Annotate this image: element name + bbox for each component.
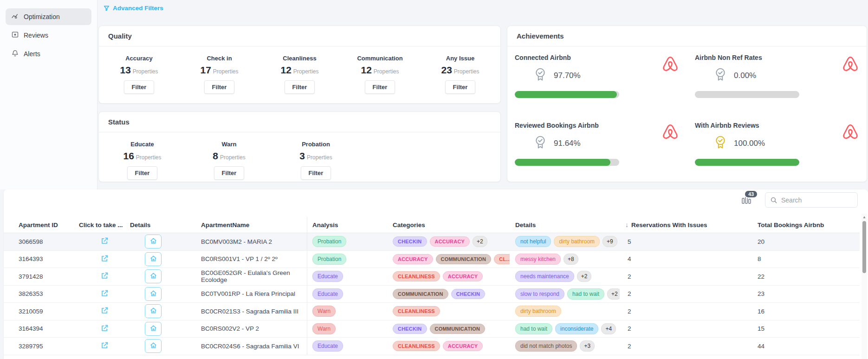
apartment-id-cell: 3210059	[4, 303, 79, 320]
total-bookings-cell: 23	[752, 286, 860, 303]
tag-+4: +4	[601, 323, 616, 334]
property-details-button[interactable]	[145, 339, 162, 353]
external-link-icon[interactable]	[100, 289, 109, 299]
metric-label: Cleanliness	[283, 55, 316, 62]
details-cell	[130, 338, 176, 355]
filter-button[interactable]: Filter	[301, 166, 331, 180]
filter-button[interactable]: Filter	[124, 80, 155, 94]
total-bookings-cell: 15	[752, 320, 860, 338]
filter-button[interactable]: Filter	[214, 166, 245, 180]
apartment-id-cell: 3826353	[4, 286, 79, 303]
tag-dirty-bathroom: dirty bathroom	[515, 306, 561, 317]
metric-value: 13	[120, 65, 130, 75]
tag-warn: Warn	[312, 323, 336, 334]
home-icon	[149, 237, 157, 246]
sidebar-item-optimization[interactable]: Optimization	[6, 8, 91, 25]
tag-checkin: CHECKIN	[393, 324, 427, 334]
home-icon	[149, 341, 157, 351]
filter-button[interactable]: Filter	[445, 80, 476, 94]
issue-details-cell: had to waitinconsiderate+4	[510, 320, 620, 338]
quality-card-title: Quality	[99, 26, 500, 46]
advanced-filters-label: Advanced Filters	[113, 5, 163, 12]
property-details-button[interactable]	[145, 269, 162, 283]
column-header-apartment-id[interactable]: Apartment ID	[4, 217, 79, 233]
issue-details-cell: dirty bathroom	[510, 303, 620, 320]
scrollbar-thumb[interactable]	[862, 221, 866, 273]
take-survey-cell	[79, 338, 130, 355]
tag-had-to-wait: had to wait	[567, 288, 604, 300]
search-box[interactable]	[765, 192, 858, 208]
sidebar-item-label: Alerts	[24, 50, 40, 58]
property-details-button[interactable]	[145, 235, 162, 248]
column-header-apartmentname[interactable]: ApartmentName	[176, 217, 307, 233]
chart-toggle-button[interactable]: 43	[741, 194, 752, 207]
column-header-click-to-take[interactable]: Click to take ...	[79, 217, 130, 233]
metric-label: Any Issue	[446, 55, 474, 62]
tag-cleanliness: CLEANLINESS	[393, 341, 440, 351]
external-link-icon[interactable]	[100, 324, 109, 334]
tag-+3: +3	[580, 340, 595, 352]
status-metric-warn: Warn8PropertiesFilter	[186, 141, 272, 180]
achievement-progress-bar	[515, 91, 619, 98]
tag-educate: Educate	[312, 288, 343, 300]
achievements-card: Achievements Connected Airbnb97.70%Airbn…	[507, 26, 867, 182]
tag-+2: +2	[607, 288, 620, 300]
filter-button[interactable]: Filter	[204, 80, 235, 94]
property-details-button[interactable]	[145, 322, 162, 336]
home-icon	[149, 255, 157, 264]
external-link-icon[interactable]	[100, 236, 109, 247]
column-header-total-bookings-airbnb[interactable]: Total Bookings Airbnb	[752, 217, 860, 233]
sidebar-item-label: Reviews	[24, 32, 48, 39]
tag-communication: COMMUNICATION	[436, 254, 492, 264]
column-header-analysis[interactable]: Analysis	[307, 217, 387, 233]
analysis-cell: Educate	[307, 338, 387, 355]
analysis-cell: Educate	[307, 286, 387, 303]
external-link-icon[interactable]	[100, 341, 109, 351]
details-cell	[130, 251, 176, 268]
tag-accuracy: ACCURACY	[443, 341, 483, 351]
categories-cell: CLEANLINESSACCURACY	[387, 338, 510, 355]
metric-label: Probation	[302, 141, 330, 148]
achievement-progress-fill	[515, 159, 610, 166]
tag-inconsiderate: inconsiderate	[555, 323, 598, 334]
tag-had-to-wait: had to wait	[515, 323, 552, 334]
apartment-name-cell: BC0CR021S3 - Sagrada Familia III	[176, 303, 307, 320]
sidebar-item-alerts[interactable]: Alerts	[6, 46, 91, 62]
column-header-details[interactable]: Details	[130, 217, 176, 233]
airbnb-logo-icon	[661, 123, 680, 182]
airbnb-logo-icon	[841, 123, 860, 182]
issue-details-cell: slow to respondhad to wait+2	[510, 286, 620, 303]
metric-value: 16	[123, 150, 134, 161]
trend-chart-icon	[11, 12, 19, 21]
column-header-details[interactable]: Details	[510, 217, 620, 233]
external-link-icon[interactable]	[100, 254, 109, 264]
filter-button[interactable]: Filter	[127, 166, 158, 180]
total-bookings-cell: 20	[752, 233, 860, 250]
column-header-categories[interactable]: Categories	[387, 217, 510, 233]
vertical-scrollbar[interactable]: ▲	[862, 214, 867, 359]
categories-cell: ACCURACYCOMMUNICATIONCL...	[387, 251, 510, 268]
categories-cell: COMMUNICATIONCHECKIN	[387, 286, 510, 303]
tag-accuracy: ACCURACY	[430, 236, 470, 247]
advanced-filters-link[interactable]: Advanced Filters	[103, 5, 163, 12]
filter-button[interactable]: Filter	[285, 80, 315, 94]
reservations-with-issues-cell: 2	[620, 268, 752, 285]
property-details-button[interactable]	[145, 287, 162, 301]
achievement-medal-row: 97.70%	[533, 67, 626, 85]
take-survey-cell	[79, 268, 130, 285]
table-row: 3791428BC0GE052GR - Eulalia's Green Ecol…	[4, 268, 860, 286]
external-link-icon[interactable]	[100, 306, 109, 316]
achievement-medal-row: 91.64%	[533, 135, 626, 152]
filter-button[interactable]: Filter	[365, 80, 395, 94]
search-input[interactable]	[781, 196, 846, 204]
metric-value-row: 13Properties	[120, 65, 158, 76]
property-details-button[interactable]	[145, 304, 162, 318]
metric-unit: Properties	[307, 154, 332, 161]
sidebar-item-reviews[interactable]: Reviews	[6, 27, 91, 44]
tag-not-helpful: not helpful	[515, 236, 551, 247]
column-header-reservations-with-issues[interactable]: ↓Reservations With Issues	[620, 217, 752, 233]
scroll-up-arrow-icon[interactable]: ▲	[862, 214, 867, 219]
achievement-with-airbnb-reviews: With Airbnb Reviews100.00%	[687, 114, 868, 182]
property-details-button[interactable]	[145, 252, 162, 266]
external-link-icon[interactable]	[100, 271, 109, 281]
